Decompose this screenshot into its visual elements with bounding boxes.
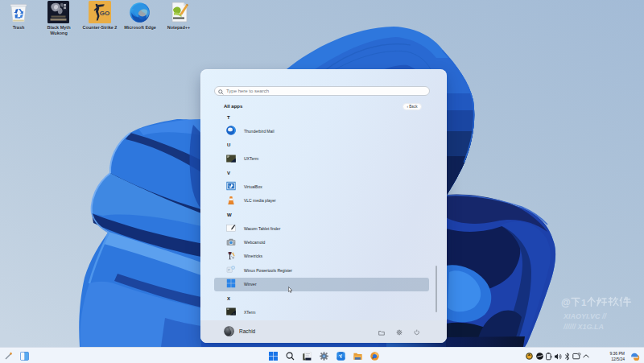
svg-text:GO: GO — [100, 10, 109, 17]
svg-text:@: @ — [561, 297, 571, 308]
svg-text:1: 1 — [581, 298, 587, 307]
